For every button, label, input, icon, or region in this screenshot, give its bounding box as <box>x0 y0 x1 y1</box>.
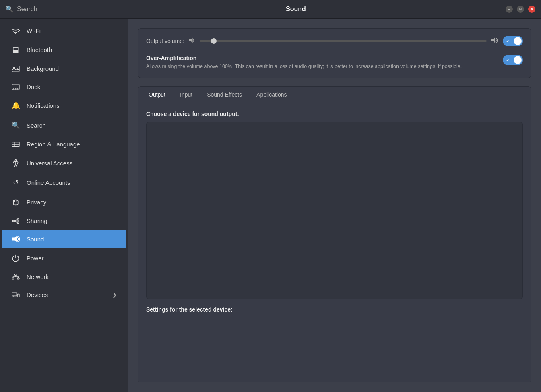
sidebar: Wi-Fi ⬓ Bluetooth Background <box>0 19 128 392</box>
sidebar-item-wifi[interactable]: Wi-Fi <box>2 22 126 40</box>
minimize-button[interactable]: – <box>506 6 513 13</box>
toggle-thumb <box>514 37 522 45</box>
privacy-icon <box>11 198 20 206</box>
online-icon: ↺ <box>11 178 20 187</box>
chevron-right-icon: ❯ <box>112 292 117 298</box>
svg-point-8 <box>15 160 16 161</box>
over-amp-toggle-check-icon: ✓ <box>506 58 510 63</box>
choose-device-label: Choose a device for sound output: <box>146 111 523 117</box>
background-icon <box>11 66 20 72</box>
svg-rect-16 <box>12 293 17 296</box>
volume-mute-toggle[interactable]: ✓ <box>503 36 523 46</box>
sidebar-item-online-label: Online Accounts <box>27 179 70 186</box>
sidebar-item-universal[interactable]: Universal Access <box>2 153 126 173</box>
sidebar-item-sharing-label: Sharing <box>27 217 47 224</box>
sidebar-item-online[interactable]: ↺ Online Accounts <box>2 173 126 192</box>
sidebar-item-network-label: Network <box>27 273 49 280</box>
sidebar-item-bluetooth-label: Bluetooth <box>27 46 52 53</box>
over-amp-toggle-thumb <box>514 56 522 64</box>
toggle-check-icon: ✓ <box>506 39 510 44</box>
tab-input[interactable]: Input <box>173 87 200 103</box>
volume-slider[interactable] <box>200 40 487 42</box>
svg-marker-19 <box>491 37 495 43</box>
over-amplification-title: Over-Amplification <box>146 55 498 61</box>
sidebar-item-privacy[interactable]: Privacy <box>2 192 126 212</box>
sidebar-item-power-label: Power <box>27 255 44 262</box>
main-layout: Wi-Fi ⬓ Bluetooth Background <box>0 19 541 392</box>
sidebar-item-power[interactable]: Power <box>2 248 126 268</box>
svg-marker-12 <box>12 236 17 242</box>
volume-slider-thumb[interactable] <box>211 38 217 44</box>
sidebar-item-devices-label: Devices <box>27 291 48 298</box>
sidebar-item-search[interactable]: 🔍 Search <box>2 116 126 135</box>
sidebar-item-background-label: Background <box>27 65 59 72</box>
svg-point-0 <box>15 33 16 34</box>
volume-card: Output volume: <box>138 28 531 78</box>
svg-point-9 <box>17 218 19 220</box>
bell-icon: 🔔 <box>11 101 20 110</box>
settings-device-label: Settings for the selected device: <box>146 306 523 313</box>
tab-applications[interactable]: Applications <box>249 87 294 103</box>
tabs-body: Choose a device for sound output: Settin… <box>138 103 531 320</box>
sidebar-item-wifi-label: Wi-Fi <box>27 27 41 34</box>
sidebar-item-dock-label: Dock <box>27 83 40 90</box>
sidebar-item-notifications[interactable]: 🔔 Notifications <box>2 96 126 116</box>
search-icon: 🔍 <box>6 5 14 13</box>
sidebar-item-sharing[interactable]: Sharing <box>2 212 126 230</box>
volume-row: Output volume: <box>146 36 523 46</box>
bluetooth-icon: ⬓ <box>11 45 20 54</box>
over-amplification-row: Over-Amplification Allows raising the vo… <box>146 53 523 70</box>
svg-rect-17 <box>17 294 19 297</box>
volume-high-icon <box>491 37 499 45</box>
wifi-icon <box>11 28 20 34</box>
sidebar-item-region[interactable]: Region & Language <box>2 135 126 153</box>
region-icon <box>11 141 20 148</box>
volume-label: Output volume: <box>146 38 184 44</box>
over-amplification-toggle[interactable]: ✓ <box>503 55 523 65</box>
sidebar-item-sound[interactable]: Sound <box>2 230 126 248</box>
devices-icon <box>11 292 20 298</box>
sidebar-item-region-label: Region & Language <box>27 141 80 148</box>
window-controls: – ⧉ ✕ <box>506 6 535 13</box>
window-title: Sound <box>86 6 506 13</box>
titlebar-search-area[interactable]: 🔍 Search <box>6 5 86 13</box>
sound-icon <box>11 235 20 243</box>
dock-icon <box>11 84 20 90</box>
svg-rect-6 <box>17 88 18 89</box>
over-amplification-desc: Allows raising the volume above 100%. Th… <box>146 63 498 70</box>
tab-sound-effects[interactable]: Sound Effects <box>200 87 249 103</box>
network-icon <box>11 274 20 280</box>
tabs-header: Output Input Sound Effects Applications <box>138 87 531 103</box>
volume-low-icon <box>188 37 196 45</box>
svg-point-10 <box>12 220 14 221</box>
power-icon <box>11 254 20 262</box>
sidebar-item-privacy-label: Privacy <box>27 199 46 206</box>
svg-point-11 <box>17 222 19 223</box>
titlebar-search-label: Search <box>17 6 37 13</box>
sidebar-item-dock[interactable]: Dock <box>2 78 126 96</box>
over-amplification-text: Over-Amplification Allows raising the vo… <box>146 55 498 70</box>
content-area: Output volume: <box>128 19 541 392</box>
sharing-icon <box>11 218 20 224</box>
sidebar-item-search-label: Search <box>27 122 46 129</box>
universal-icon <box>11 159 20 167</box>
tabs-panel: Output Input Sound Effects Applications … <box>138 86 531 382</box>
close-button[interactable]: ✕ <box>528 6 535 13</box>
restore-button[interactable]: ⧉ <box>517 6 524 13</box>
titlebar: 🔍 Search Sound – ⧉ ✕ <box>0 0 541 19</box>
sidebar-item-background[interactable]: Background <box>2 60 126 78</box>
sidebar-item-sound-label: Sound <box>27 236 44 243</box>
svg-marker-18 <box>189 38 193 43</box>
search-sidebar-icon: 🔍 <box>11 121 20 130</box>
sidebar-item-network[interactable]: Network <box>2 268 126 286</box>
sidebar-item-devices[interactable]: Devices ❯ <box>2 286 126 304</box>
device-list-box <box>146 122 523 299</box>
restore-icon: ⧉ <box>519 7 522 11</box>
sidebar-item-notifications-label: Notifications <box>27 102 60 109</box>
svg-rect-5 <box>15 88 16 89</box>
sidebar-item-bluetooth[interactable]: ⬓ Bluetooth <box>2 40 126 60</box>
sidebar-item-universal-label: Universal Access <box>27 160 72 167</box>
svg-rect-4 <box>13 88 14 89</box>
tab-output[interactable]: Output <box>141 87 173 103</box>
